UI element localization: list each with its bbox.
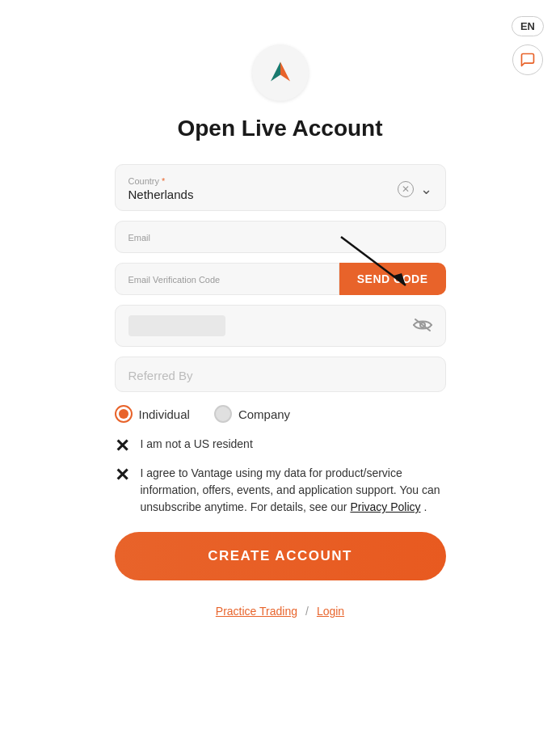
bottom-links: Practice Trading / Login [115,605,446,618]
individual-label: Individual [139,407,190,421]
login-link[interactable]: Login [317,605,344,618]
data-consent-checkbox[interactable]: ✕ [115,465,133,486]
us-resident-checkbox-item: ✕ I am not a US resident [115,436,446,457]
us-resident-text: I am not a US resident [141,436,253,453]
country-field[interactable]: Country * Netherlands ✕ ⌄ [115,164,446,211]
company-radio[interactable]: Company [214,405,290,423]
referred-by-field[interactable]: Referred By [115,357,446,392]
company-radio-button[interactable] [214,405,232,423]
data-consent-text: I agree to Vantage using my data for pro… [141,465,446,516]
svg-marker-1 [280,61,290,81]
email-field[interactable]: Email [115,221,446,253]
link-divider: / [305,605,309,618]
email-label: Email [128,233,432,243]
vantage-logo [264,57,297,89]
individual-radio-inner [119,409,128,419]
toggle-password-icon[interactable] [413,317,432,335]
verification-field[interactable]: Email Verification Code [115,263,339,295]
practice-trading-link[interactable]: Practice Trading [216,605,297,618]
page-title: Open Live Account [177,116,382,141]
verification-label: Email Verification Code [128,275,326,285]
password-field[interactable] [115,305,446,347]
create-account-button[interactable]: CREATE ACCOUNT [115,532,446,580]
chat-button[interactable] [512,44,543,75]
country-chevron-icon[interactable]: ⌄ [420,180,432,198]
data-consent-checkbox-item: ✕ I agree to Vantage using my data for p… [115,465,446,516]
individual-radio-button[interactable] [115,405,133,423]
email-row: Email [115,221,446,253]
verification-row: Email Verification Code SEND CODE [115,263,446,295]
country-clear-icon[interactable]: ✕ [398,181,414,197]
privacy-policy-link[interactable]: Privacy Policy [350,500,420,513]
company-label: Company [238,407,290,421]
referred-label: Referred By [128,369,193,382]
individual-radio[interactable]: Individual [115,405,190,423]
svg-marker-0 [271,61,280,81]
checkbox-group: ✕ I am not a US resident ✕ I agree to Va… [115,436,446,516]
send-code-button[interactable]: SEND CODE [339,263,446,295]
country-label: Country * [128,176,194,186]
logo-circle [252,44,309,101]
top-right-controls: EN [512,16,544,75]
us-resident-checkbox[interactable]: ✕ [115,436,133,457]
language-button[interactable]: EN [512,16,544,36]
password-input-box [128,315,225,336]
account-type-group: Individual Company [115,402,446,426]
country-value: Netherlands [128,188,194,201]
logo-container [252,44,309,101]
form-container: Country * Netherlands ✕ ⌄ Email Email Ve… [115,164,446,642]
